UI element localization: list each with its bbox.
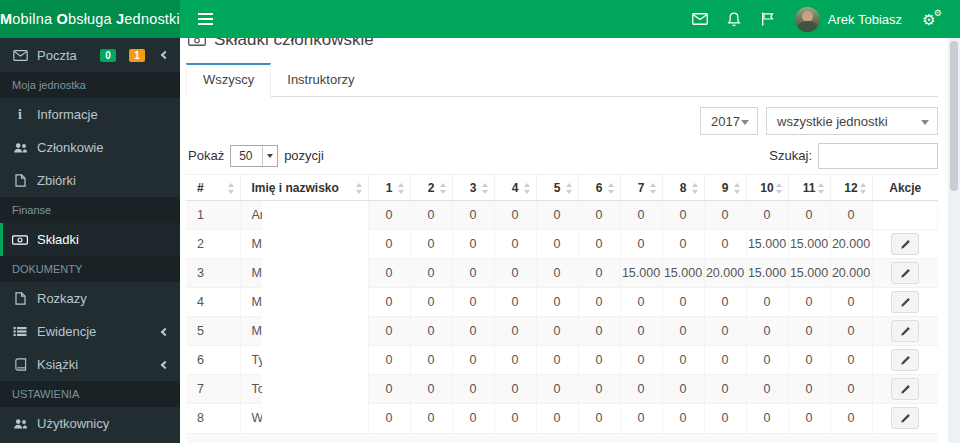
unit-select[interactable]: wszystkie jednostki <box>766 107 938 135</box>
row-index-cell: 1 <box>186 201 240 230</box>
month-value-cell: 0 <box>452 404 494 433</box>
search-control: Szukaj: <box>769 143 938 169</box>
month-value-cell: 0 <box>746 201 788 230</box>
edit-button[interactable] <box>891 407 919 429</box>
money-icon <box>12 235 28 245</box>
edit-button[interactable] <box>891 262 919 284</box>
table-header-month-5[interactable]: 5 <box>536 175 578 201</box>
month-value-cell: 0 <box>368 404 410 433</box>
sidebar-item-rozkazy[interactable]: Rozkazy <box>0 282 180 315</box>
month-value-cell: 0 <box>452 288 494 317</box>
month-value-cell: 0 <box>746 346 788 375</box>
file-icon <box>12 174 28 187</box>
sidebar-item-skladki[interactable]: Składki <box>0 223 180 256</box>
users-icon <box>12 142 28 154</box>
table-header-month-10[interactable]: 10 <box>746 175 788 201</box>
table-header-month-7[interactable]: 7 <box>620 175 662 201</box>
table-header-month-12[interactable]: 12 <box>830 175 872 201</box>
sort-arrows-icon <box>397 182 406 195</box>
month-value-cell: 0 <box>452 201 494 230</box>
month-value-cell: 0 <box>746 288 788 317</box>
envelope-icon <box>12 50 28 61</box>
table-header-month-11[interactable]: 11 <box>788 175 830 201</box>
sort-arrows-icon <box>481 182 490 195</box>
month-value-cell: 0 <box>662 404 704 433</box>
month-value-cell: 0 <box>578 259 620 288</box>
year-select[interactable]: 2017 <box>700 107 758 135</box>
sidebar-item-informacje[interactable]: i Informacje <box>0 98 180 131</box>
sidebar-toggle-icon[interactable] <box>190 0 220 38</box>
month-value-cell: 0 <box>368 375 410 404</box>
sort-arrows-icon <box>733 182 742 195</box>
month-value-cell: 0 <box>410 288 452 317</box>
tab-instruktorzy[interactable]: Instruktorzy <box>271 64 370 96</box>
table-header-month-1[interactable]: 1 <box>368 175 410 201</box>
month-value-cell: 0 <box>494 404 536 433</box>
sidebar-item-poczta[interactable]: Poczta 0 1 <box>0 38 180 72</box>
sidebar: Poczta 0 1 Moja jednostka i Informacje C… <box>0 38 180 443</box>
month-value-cell: 0 <box>452 230 494 259</box>
edit-button[interactable] <box>891 349 919 371</box>
month-value-cell: 0 <box>662 375 704 404</box>
sidebar-item-ewidencje[interactable]: Ewidencje <box>0 315 180 348</box>
messages-envelope-icon[interactable] <box>683 0 717 38</box>
month-value-cell: 0 <box>494 317 536 346</box>
month-value-cell: 0 <box>536 201 578 230</box>
settings-cogs-icon[interactable]: ⚙⚙ <box>912 0 946 38</box>
app-logo[interactable]: Mobilna Obsługa Jednostki <box>0 0 180 38</box>
name-redaction-overlay <box>262 201 368 432</box>
month-value-cell: 0 <box>704 375 746 404</box>
sidebar-item-uzytkownicy[interactable]: Użytkownicy <box>0 407 180 440</box>
month-value-cell: 0 <box>788 375 830 404</box>
flags-icon[interactable] <box>751 0 785 38</box>
table-header-month-9[interactable]: 9 <box>704 175 746 201</box>
edit-button[interactable] <box>891 378 919 400</box>
month-value-cell: 0 <box>704 230 746 259</box>
pencil-icon <box>900 326 911 337</box>
page-length-select[interactable]: 50 <box>230 145 278 167</box>
month-value-cell: 0 <box>452 375 494 404</box>
month-value-cell: 0 <box>662 288 704 317</box>
list-icon <box>12 326 28 337</box>
month-value-cell: 0 <box>494 288 536 317</box>
table-header-index[interactable]: # <box>186 175 240 201</box>
month-value-cell: 0 <box>368 230 410 259</box>
month-value-cell: 0 <box>578 288 620 317</box>
table-header-month-6[interactable]: 6 <box>578 175 620 201</box>
tab-wszyscy[interactable]: Wszyscy <box>186 63 271 97</box>
month-value-cell: 0 <box>494 375 536 404</box>
month-value-cell: 0 <box>620 346 662 375</box>
notifications-bell-icon[interactable] <box>717 0 751 38</box>
month-value-cell: 0 <box>536 288 578 317</box>
month-value-cell: 15.000 <box>662 259 704 288</box>
month-value-cell: 0 <box>830 375 872 404</box>
table-header-month-4[interactable]: 4 <box>494 175 536 201</box>
sidebar-section-ustawienia: USTAWIENIA <box>0 381 180 407</box>
sidebar-item-czlonkowie[interactable]: Członkowie <box>0 131 180 164</box>
caret-down-icon <box>262 146 277 166</box>
table-header-month-3[interactable]: 3 <box>452 175 494 201</box>
scrollbar-thumb[interactable] <box>950 41 958 191</box>
actions-cell <box>872 230 938 259</box>
edit-button[interactable] <box>891 291 919 313</box>
table-header-name[interactable]: Imię i nazwisko <box>240 175 368 201</box>
user-menu[interactable]: Arek Tobiasz <box>785 0 912 38</box>
month-value-cell: 0 <box>494 259 536 288</box>
table-header-month-8[interactable]: 8 <box>662 175 704 201</box>
chevron-left-icon <box>161 51 169 59</box>
sidebar-item-ksiazki[interactable]: Książki <box>0 348 180 381</box>
pencil-icon <box>900 297 911 308</box>
edit-button[interactable] <box>891 320 919 342</box>
table-header-row: #Imię i nazwisko123456789101112Akcje <box>186 175 938 201</box>
search-input[interactable] <box>818 143 938 169</box>
sort-arrows-icon <box>691 182 700 195</box>
actions-cell <box>872 404 938 433</box>
table-header-month-2[interactable]: 2 <box>410 175 452 201</box>
edit-button[interactable] <box>891 233 919 255</box>
month-value-cell: 0 <box>368 317 410 346</box>
month-value-cell: 15.000 <box>788 230 830 259</box>
month-value-cell: 0 <box>536 259 578 288</box>
vertical-scrollbar[interactable] <box>948 38 960 443</box>
sidebar-item-zbiorki[interactable]: Zbiórki <box>0 164 180 197</box>
month-value-cell: 0 <box>788 201 830 230</box>
